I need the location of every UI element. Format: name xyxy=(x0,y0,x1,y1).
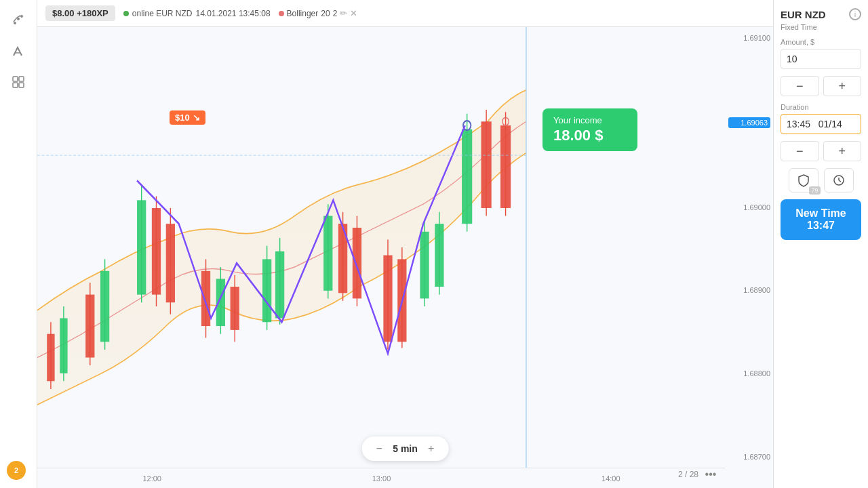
tool-draw[interactable] xyxy=(5,38,31,64)
duration-stepper: − + xyxy=(781,141,861,161)
svg-point-2 xyxy=(20,15,23,18)
top-bar: $8.00 +180XP online EUR NZD 14.01.2021 1… xyxy=(37,0,773,27)
price-2-active: 1.69063 xyxy=(728,117,770,128)
amount-plus-btn[interactable]: + xyxy=(823,76,862,96)
trade-arrow: ↘ xyxy=(193,113,200,123)
panel-header: EUR NZD i xyxy=(781,8,861,20)
new-time-button[interactable]: New Time 13:47 xyxy=(781,199,861,240)
pair-name: EUR NZD xyxy=(781,9,826,20)
time-axis: 12:00 13:00 14:00 xyxy=(37,468,726,488)
tf-minus-btn[interactable]: − xyxy=(371,441,387,457)
chart-container: $10 ↘ Your income 18.00 $ 1.69100 1.6906… xyxy=(37,27,773,488)
info-icon[interactable]: i xyxy=(849,8,861,20)
date-text: 14.01.2021 13:45:08 xyxy=(195,9,270,18)
timeframe-selector: − 5 min + xyxy=(361,436,449,461)
new-time-line1: New Time xyxy=(786,207,856,220)
tool-indicators[interactable] xyxy=(5,7,31,33)
svg-rect-7 xyxy=(19,77,24,81)
bollinger-tag: Bollinger 20 2 ✏ ✕ xyxy=(279,8,358,18)
edit-icon[interactable]: ✏ xyxy=(340,8,347,18)
chart-svg xyxy=(37,27,726,468)
more-button[interactable]: ••• xyxy=(703,466,719,483)
price-5: 1.68800 xyxy=(728,369,770,378)
svg-line-3 xyxy=(14,18,17,22)
svg-rect-9 xyxy=(19,83,24,87)
tf-plus-btn[interactable]: + xyxy=(423,441,439,457)
bollinger-dot xyxy=(279,11,284,16)
income-tooltip: Your income 18.00 $ xyxy=(542,108,637,151)
duration-plus-btn[interactable]: + xyxy=(823,141,862,161)
svg-point-0 xyxy=(14,22,16,24)
amount-label: Amount, $ xyxy=(781,38,861,46)
online-indicator: online EUR NZD 14.01.2021 13:45:08 xyxy=(123,9,271,18)
reward-badge: $8.00 +180XP xyxy=(45,5,115,21)
svg-rect-8 xyxy=(13,83,18,87)
close-icon[interactable]: ✕ xyxy=(350,8,357,18)
time-2: 13:00 xyxy=(372,474,391,483)
svg-line-4 xyxy=(17,16,20,18)
duration-group: Duration 13:45 01/14 xyxy=(781,103,861,134)
online-dot xyxy=(123,11,129,16)
clock-btn[interactable] xyxy=(824,168,854,192)
amount-field[interactable]: 10 xyxy=(781,49,861,69)
right-panel: EUR NZD i Fixed Time Amount, $ 10 − + Du… xyxy=(773,0,868,488)
duration-date: 01/14 xyxy=(818,119,842,129)
new-time-line2: 13:47 xyxy=(786,220,856,232)
action-icons: 79 xyxy=(781,168,861,192)
income-amount: 18.00 $ xyxy=(553,127,627,144)
fixed-time-label: Fixed Time xyxy=(781,23,861,31)
duration-label: Duration xyxy=(781,103,861,111)
tool-layout[interactable] xyxy=(5,69,31,95)
amount-group: Amount, $ 10 xyxy=(781,38,861,69)
main-area: $8.00 +180XP online EUR NZD 14.01.2021 1… xyxy=(37,0,773,488)
amount-minus-btn[interactable]: − xyxy=(781,76,819,96)
income-label: Your income xyxy=(553,115,627,125)
time-3: 14:00 xyxy=(601,474,620,483)
bollinger-label: Bollinger xyxy=(287,9,319,18)
svg-line-60 xyxy=(839,180,841,182)
price-3: 1.69000 xyxy=(728,203,770,211)
left-sidebar: 2 xyxy=(0,0,37,488)
duration-time: 13:45 xyxy=(787,119,810,129)
bollinger-period: 20 xyxy=(321,9,330,18)
bottom-badge: 2 xyxy=(7,461,26,480)
page-indicator: 2 / 28 ••• xyxy=(678,466,719,483)
amount-stepper: − + xyxy=(781,76,861,96)
bollinger-deviation: 2 xyxy=(333,9,338,18)
tf-label: 5 min xyxy=(393,443,418,454)
price-4: 1.68900 xyxy=(728,286,770,294)
shield-btn[interactable]: 79 xyxy=(789,168,818,192)
svg-point-1 xyxy=(17,18,20,20)
trade-badge: $10 ↘ xyxy=(170,110,205,125)
page-text: 2 / 28 xyxy=(678,470,698,479)
price-6: 1.68700 xyxy=(728,453,770,461)
online-text: online EUR NZD xyxy=(132,9,193,18)
duration-minus-btn[interactable]: − xyxy=(781,141,819,161)
price-1: 1.69100 xyxy=(728,34,770,42)
time-1: 12:00 xyxy=(142,474,161,483)
duration-field[interactable]: 13:45 01/14 xyxy=(781,114,861,134)
svg-rect-6 xyxy=(13,77,18,81)
shield-badge: 79 xyxy=(809,186,820,195)
price-axis: 1.69100 1.69063 1.69000 1.68900 1.68800 … xyxy=(726,27,773,468)
